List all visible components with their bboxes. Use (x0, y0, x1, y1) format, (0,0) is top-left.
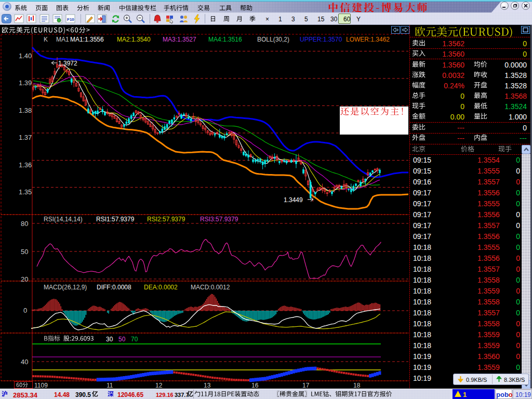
svg-text:1.3449: 1.3449 (284, 196, 303, 204)
svg-text:1.3972: 1.3972 (58, 60, 77, 67)
svg-text:F10: F10 (67, 17, 74, 22)
